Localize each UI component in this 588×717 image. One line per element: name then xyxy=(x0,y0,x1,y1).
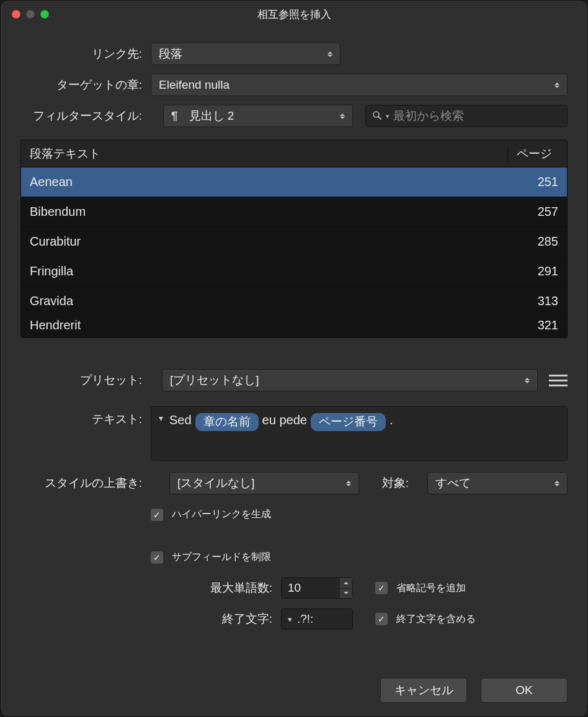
cell-page: 313 xyxy=(507,294,567,308)
preset-menu-icon[interactable] xyxy=(549,371,568,390)
label-max-words: 最大単語数: xyxy=(20,580,281,596)
table-row[interactable]: Curabitur285 xyxy=(21,227,567,257)
cell-page: 321 xyxy=(507,318,567,332)
sub-settings: 最大単語数: 10 省略記号を追加 終了文字: xyxy=(20,577,568,630)
cell-text: Curabitur xyxy=(21,234,507,249)
check-icon xyxy=(378,615,385,623)
check-icon xyxy=(378,584,385,592)
input-max-words[interactable]: 10 xyxy=(281,577,353,599)
cell-text: Bibendum xyxy=(21,205,507,219)
chevron-down-icon[interactable]: ▾ xyxy=(159,413,163,423)
label-terminators: 終了文字: xyxy=(20,611,281,627)
chevron-down-icon[interactable]: ▾ xyxy=(386,112,390,120)
select-style-override-value: [スタイルなし] xyxy=(177,475,255,491)
select-chapter[interactable]: Eleifend nulla xyxy=(151,74,568,96)
text-token: ページ番号 xyxy=(311,413,386,431)
terminators-value: .?!: xyxy=(297,612,313,626)
svg-line-1 xyxy=(378,117,381,119)
updown-icon xyxy=(340,110,347,122)
search-input[interactable] xyxy=(393,109,561,123)
stepper[interactable] xyxy=(340,578,352,598)
checkbox-include-term[interactable] xyxy=(375,613,388,625)
label-include-term: 終了文字を含める xyxy=(396,613,476,626)
col-page[interactable]: ページ xyxy=(507,146,567,162)
row-add-ellipsis: 省略記号を追加 xyxy=(375,582,466,595)
check-icon xyxy=(153,553,161,562)
select-style-override[interactable]: [スタイルなし] xyxy=(169,472,359,494)
text-word: . xyxy=(390,413,393,427)
table-row[interactable]: Aenean251 xyxy=(21,167,567,197)
text-word: eu pede xyxy=(262,413,307,427)
close-icon[interactable] xyxy=(12,10,20,19)
window-controls xyxy=(1,10,49,19)
row-max-words: 最大単語数: 10 省略記号を追加 xyxy=(20,577,568,599)
updown-icon xyxy=(327,48,335,60)
select-for[interactable]: すべて xyxy=(427,472,568,494)
label-chapter: ターゲットの章: xyxy=(20,77,151,93)
text-field[interactable]: ▾ Sed章の名前eu pedeページ番号. xyxy=(151,406,568,461)
cell-text: Aenean xyxy=(21,175,507,189)
row-link-to: リンク先: 段落 xyxy=(20,43,568,65)
chevron-down-icon[interactable]: ▾ xyxy=(288,615,292,624)
input-terminators[interactable]: ▾ .?!: xyxy=(281,608,353,630)
row-text: テキスト: ▾ Sed章の名前eu pedeページ番号. xyxy=(20,406,568,461)
table-row[interactable]: Bibendum257 xyxy=(21,197,567,227)
search-field[interactable]: ▾ xyxy=(365,105,568,127)
select-for-value: すべて xyxy=(435,475,471,491)
table-row[interactable]: Hendrerit321 xyxy=(21,316,567,335)
cell-text: Hendrerit xyxy=(21,318,507,332)
table-row[interactable]: Gravida313 xyxy=(21,287,567,316)
cell-page: 251 xyxy=(507,175,567,189)
label-add-ellipsis: 省略記号を追加 xyxy=(396,582,466,595)
label-text: テキスト: xyxy=(20,406,151,461)
checkbox-limit-sub[interactable] xyxy=(151,551,163,564)
ok-button[interactable]: OK xyxy=(481,678,568,703)
row-terminators: 終了文字: ▾ .?!: 終了文字を含める xyxy=(20,608,568,630)
check-icon xyxy=(153,510,161,519)
cancel-button[interactable]: キャンセル xyxy=(380,678,467,703)
table-row[interactable]: Fringilla291 xyxy=(21,257,567,287)
updown-icon xyxy=(525,375,532,386)
table-header: 段落テキスト ページ xyxy=(21,140,567,167)
cell-page: 285 xyxy=(507,234,567,249)
select-filter-style[interactable]: ¶ 見出し 2 xyxy=(163,105,353,127)
select-chapter-value: Eleifend nulla xyxy=(159,78,229,92)
row-preset: プリセット: [プリセットなし] xyxy=(20,369,568,391)
text-word: Sed xyxy=(169,413,192,427)
updown-icon xyxy=(555,478,562,489)
cell-page: 257 xyxy=(507,205,567,219)
window-title: 相互参照を挿入 xyxy=(1,7,587,22)
lower-panel: プリセット: [プリセットなし] テキスト: ▾ Sed章の名前eu pedeペ… xyxy=(20,360,568,630)
select-preset-value: [プリセットなし] xyxy=(170,372,259,388)
row-include-term: 終了文字を含める xyxy=(375,613,476,626)
row-limit-sub: サブフィールドを制限 xyxy=(20,551,568,564)
updown-icon xyxy=(346,478,354,489)
zoom-icon[interactable] xyxy=(40,10,49,19)
label-filter-style: フィルタースタイル: xyxy=(20,108,151,124)
label-preset: プリセット: xyxy=(20,372,151,388)
label-link-to: リンク先: xyxy=(20,46,151,62)
row-hyperlink: ハイパーリンクを生成 xyxy=(20,508,568,521)
dialog-content: リンク先: 段落 ターゲットの章: Eleifend nulla フィルタースタ… xyxy=(1,28,587,716)
checkbox-add-ellipsis[interactable] xyxy=(375,582,388,594)
dialog-window: 相互参照を挿入 リンク先: 段落 ターゲットの章: Eleifend nulla… xyxy=(0,0,588,717)
cell-page: 291 xyxy=(507,264,567,278)
col-paragraph-text[interactable]: 段落テキスト xyxy=(21,146,507,162)
label-hyperlink: ハイパーリンクを生成 xyxy=(172,508,271,521)
select-link-to[interactable]: 段落 xyxy=(151,43,341,65)
row-style-override: スタイルの上書き: [スタイルなし] 対象: すべて xyxy=(20,472,568,494)
checkbox-hyperlink[interactable] xyxy=(151,509,163,521)
max-words-value: 10 xyxy=(282,578,340,598)
row-filter: フィルタースタイル: ¶ 見出し 2 ▾ xyxy=(20,105,568,127)
cell-text: Gravida xyxy=(21,294,507,308)
label-style-override: スタイルの上書き: xyxy=(20,475,151,491)
updown-icon xyxy=(555,79,562,91)
titlebar: 相互参照を挿入 xyxy=(1,1,587,28)
cell-text: Fringilla xyxy=(21,264,507,278)
select-preset[interactable]: [プリセットなし] xyxy=(162,369,538,391)
pilcrow-icon: ¶ xyxy=(171,109,178,123)
label-limit-sub: サブフィールドを制限 xyxy=(172,551,271,564)
minimize-icon xyxy=(26,10,35,19)
table-body: Aenean251Bibendum257Curabitur285Fringill… xyxy=(21,167,567,337)
select-link-to-value: 段落 xyxy=(159,46,182,62)
